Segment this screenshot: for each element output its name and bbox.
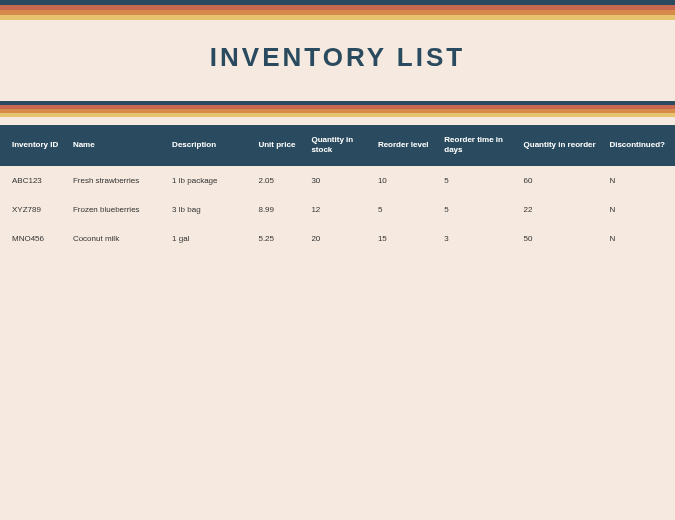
col-quantity-in-stock: Quantity in stock — [305, 125, 371, 166]
cell-reorder-level: 10 — [372, 166, 438, 195]
col-reorder-level: Reorder level — [372, 125, 438, 166]
stripe-yellow — [0, 113, 675, 117]
cell-unit-price: 2.05 — [252, 166, 305, 195]
cell-quantity-in-stock: 20 — [305, 224, 371, 253]
table-row: XYZ789Frozen blueberries3 lb bag8.991255… — [0, 195, 675, 224]
cell-reorder-time-days: 5 — [438, 166, 517, 195]
cell-name: Fresh strawberries — [67, 166, 166, 195]
cell-discontinued: N — [603, 166, 675, 195]
title-area: INVENTORY LIST — [0, 20, 675, 95]
cell-quantity-in-stock: 30 — [305, 166, 371, 195]
cell-name: Coconut milk — [67, 224, 166, 253]
col-unit-price: Unit price — [252, 125, 305, 166]
cell-quantity-in-reorder: 50 — [518, 224, 604, 253]
top-stripe-group — [0, 0, 675, 20]
cell-name: Frozen blueberries — [67, 195, 166, 224]
cell-reorder-time-days: 5 — [438, 195, 517, 224]
cell-quantity-in-reorder: 60 — [518, 166, 604, 195]
col-quantity-in-reorder: Quantity in reorder — [518, 125, 604, 166]
cell-unit-price: 8.99 — [252, 195, 305, 224]
col-inventory-id: Inventory ID — [0, 125, 67, 166]
table-row: ABC123Fresh strawberries1 lb package2.05… — [0, 166, 675, 195]
table-header: Inventory ID Name Description Unit price… — [0, 125, 675, 166]
cell-description: 1 lb package — [166, 166, 252, 195]
stripe-yellow — [0, 15, 675, 20]
col-discontinued: Discontinued? — [603, 125, 675, 166]
inventory-table-wrapper: Inventory ID Name Description Unit price… — [0, 125, 675, 253]
table-body: ABC123Fresh strawberries1 lb package2.05… — [0, 166, 675, 253]
table-row: MNO456Coconut milk1 gal5.252015350N — [0, 224, 675, 253]
cell-reorder-time-days: 3 — [438, 224, 517, 253]
page-title: INVENTORY LIST — [0, 42, 675, 73]
col-description: Description — [166, 125, 252, 166]
cell-unit-price: 5.25 — [252, 224, 305, 253]
cell-reorder-level: 15 — [372, 224, 438, 253]
cell-description: 3 lb bag — [166, 195, 252, 224]
cell-inventory-id: ABC123 — [0, 166, 67, 195]
cell-description: 1 gal — [166, 224, 252, 253]
col-reorder-time: Reorder time in days — [438, 125, 517, 166]
inventory-table: Inventory ID Name Description Unit price… — [0, 125, 675, 253]
cell-quantity-in-stock: 12 — [305, 195, 371, 224]
cell-inventory-id: MNO456 — [0, 224, 67, 253]
mid-stripe-group — [0, 101, 675, 117]
cell-reorder-level: 5 — [372, 195, 438, 224]
cell-discontinued: N — [603, 224, 675, 253]
col-name: Name — [67, 125, 166, 166]
cell-quantity-in-reorder: 22 — [518, 195, 604, 224]
cell-discontinued: N — [603, 195, 675, 224]
cell-inventory-id: XYZ789 — [0, 195, 67, 224]
